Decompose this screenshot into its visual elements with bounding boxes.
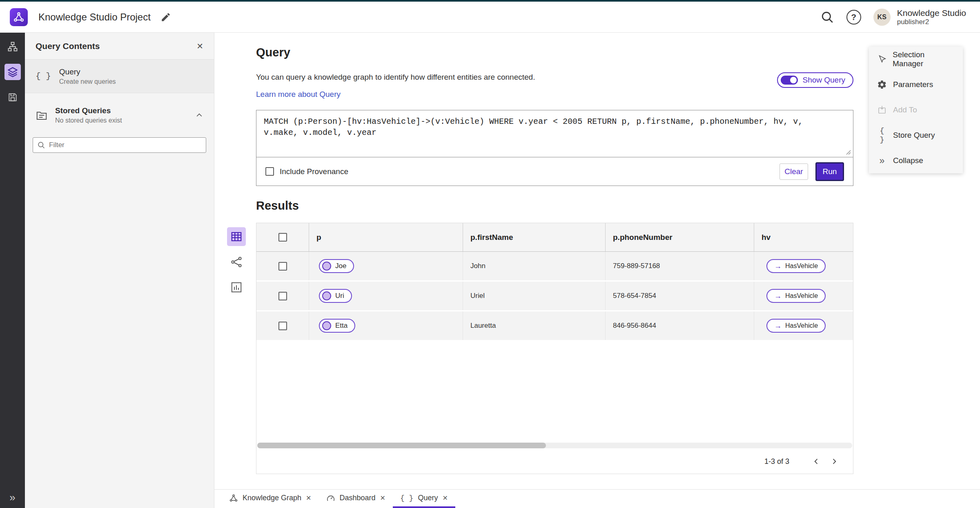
learn-more-link[interactable]: Learn more about Query — [256, 90, 341, 99]
horizontal-scrollbar[interactable] — [257, 443, 852, 448]
network-icon — [230, 256, 243, 268]
tab-dashboard[interactable]: Dashboard ✕ — [319, 490, 393, 508]
menu-item-store-query[interactable]: { } Store Query — [869, 123, 963, 148]
cell-firstname: Lauretta — [463, 311, 606, 340]
tab-knowledge-graph[interactable]: Knowledge Graph ✕ — [222, 490, 319, 508]
app-logo — [10, 8, 28, 26]
scrollbar-thumb[interactable] — [257, 443, 546, 448]
show-query-toggle[interactable]: Show Query — [777, 72, 853, 88]
menu-item-selection-manager[interactable]: Selection Manager — [869, 47, 963, 72]
stored-queries-section[interactable]: Stored Queries No stored queries exist — [25, 100, 214, 131]
close-tab-icon[interactable]: ✕ — [380, 494, 385, 502]
menu-item-label: Selection Manager — [893, 50, 955, 68]
row-checkbox[interactable] — [278, 292, 287, 300]
layers-button[interactable] — [4, 64, 21, 80]
menu-item-label: Parameters — [893, 80, 933, 89]
menu-item-label: Collapse — [893, 156, 923, 165]
search-icon — [37, 141, 45, 149]
cell-phonenumber: 578-654-7854 — [606, 282, 754, 310]
sidebar-title: Query Contents — [36, 41, 196, 51]
document-tabbar: Knowledge Graph ✕ Dashboard ✕ { } Query … — [214, 489, 980, 508]
select-all-checkbox[interactable] — [278, 233, 287, 242]
clear-button[interactable]: Clear — [780, 163, 808, 180]
pencil-icon — [160, 12, 171, 22]
menu-item-parameters[interactable]: Parameters — [869, 72, 963, 97]
collapse-section-button[interactable] — [195, 111, 203, 119]
help-icon: ? — [846, 10, 861, 25]
menu-item-label: Add To — [893, 105, 917, 114]
column-header-firstname[interactable]: p.firstName — [463, 223, 606, 251]
query-input[interactable]: MATCH (p:Person)-[hv:HasVehicle]->(v:Veh… — [256, 110, 853, 157]
table-row: Joe John 759-889-57168 → HasVehicle — [256, 252, 853, 282]
edge-pill[interactable]: → HasVehicle — [766, 289, 826, 303]
username: publisher2 — [897, 18, 966, 26]
help-button[interactable]: ? — [846, 10, 861, 25]
column-header-phonenumber[interactable]: p.phoneNumber — [606, 223, 754, 251]
cell-phonenumber: 846-956-8644 — [606, 311, 754, 340]
node-pill[interactable]: Etta — [319, 319, 355, 333]
arrow-right-icon: → — [774, 322, 782, 329]
close-tab-icon[interactable]: ✕ — [306, 494, 311, 502]
query-editor-panel: MATCH (p:Person)-[hv:HasVehicle]->(v:Veh… — [256, 110, 853, 186]
query-item-label: Query — [59, 67, 116, 76]
node-label: Uri — [335, 292, 344, 300]
results-view-toolbar — [227, 227, 246, 297]
search-button[interactable] — [820, 10, 834, 24]
user-info: Knowledge Studio publisher2 — [897, 8, 966, 27]
graph-view-button[interactable] — [227, 253, 246, 271]
column-header-hv[interactable]: hv — [754, 223, 853, 251]
results-table-panel: p p.firstName p.phoneNumber hv Joe John … — [256, 223, 853, 474]
show-query-label: Show Query — [802, 76, 845, 85]
braces-icon: { } — [400, 494, 413, 502]
node-icon — [322, 262, 331, 271]
row-checkbox[interactable] — [278, 322, 287, 330]
row-checkbox[interactable] — [278, 262, 287, 271]
node-icon — [322, 321, 331, 330]
expand-rail-button[interactable]: » — [0, 491, 25, 504]
table-view-button[interactable] — [227, 227, 246, 246]
edit-title-button[interactable] — [160, 12, 171, 22]
run-button[interactable]: Run — [815, 162, 844, 181]
resize-handle-icon[interactable] — [845, 149, 851, 157]
chevron-up-icon — [195, 111, 203, 119]
collapse-icon: » — [877, 155, 887, 166]
save-icon — [7, 92, 18, 103]
pagination-label: 1-3 of 3 — [764, 457, 789, 466]
node-icon — [322, 291, 331, 300]
column-header-p[interactable]: p — [309, 223, 463, 251]
prev-page-button[interactable] — [807, 452, 825, 470]
avatar[interactable]: KS — [873, 9, 891, 26]
folder-icon — [36, 109, 48, 121]
filter-input[interactable] — [49, 141, 202, 149]
braces-icon: { } — [36, 72, 51, 81]
include-provenance-checkbox[interactable] — [265, 167, 274, 176]
chevron-right-icon — [830, 457, 838, 465]
edge-pill[interactable]: → HasVehicle — [766, 259, 826, 273]
page-title: Query — [256, 46, 290, 59]
query-footer: Include Provenance Clear Run — [256, 157, 853, 186]
results-title: Results — [256, 199, 299, 213]
tab-label: Knowledge Graph — [243, 494, 301, 502]
selection-cursor-icon — [877, 54, 886, 64]
save-button[interactable] — [4, 89, 21, 105]
chart-view-button[interactable] — [227, 278, 246, 297]
tab-label: Query — [418, 494, 438, 502]
close-panel-button[interactable]: ✕ — [196, 41, 203, 51]
toggle-knob — [790, 77, 797, 83]
stored-queries-text: Stored Queries No stored queries exist — [55, 106, 188, 124]
edge-pill[interactable]: → HasVehicle — [766, 319, 826, 333]
tab-query[interactable]: { } Query ✕ — [393, 490, 455, 508]
toggle-switch-on — [781, 76, 798, 85]
sidebar-item-query[interactable]: { } Query Create new queries — [25, 60, 214, 93]
user-app-name: Knowledge Studio — [897, 8, 966, 18]
table-row: Uri Uriel 578-654-7854 → HasVehicle — [256, 282, 853, 311]
node-pill[interactable]: Uri — [319, 289, 352, 303]
menu-item-collapse[interactable]: » Collapse — [869, 148, 963, 173]
next-page-button[interactable] — [825, 452, 843, 470]
search-icon — [820, 10, 834, 24]
hierarchy-icon — [7, 41, 18, 52]
close-tab-icon[interactable]: ✕ — [442, 494, 448, 502]
node-pill[interactable]: Joe — [319, 259, 354, 273]
model-hierarchy-button[interactable] — [4, 38, 21, 55]
node-label: Etta — [335, 322, 347, 330]
